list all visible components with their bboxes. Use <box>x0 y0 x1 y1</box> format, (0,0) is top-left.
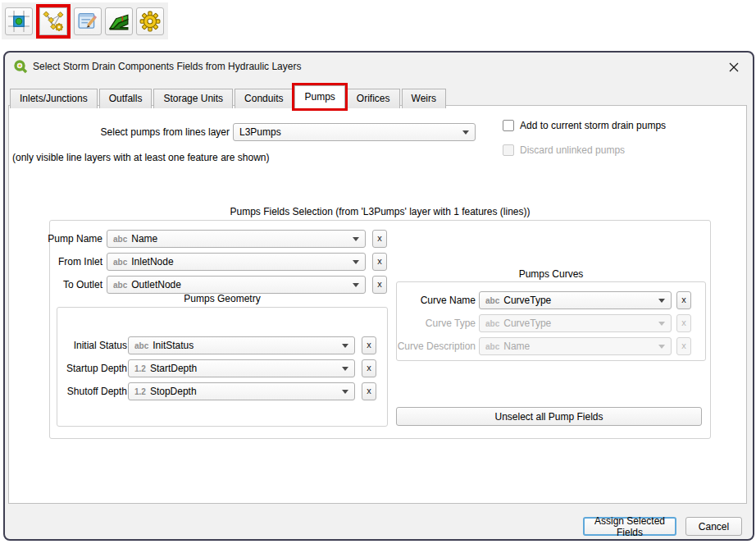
chevron-down-icon <box>658 322 665 326</box>
text-field-type-icon: abc <box>485 319 499 328</box>
initial-status-value: InitStatus <box>153 340 194 351</box>
startup-depth-value: StartDepth <box>150 363 197 374</box>
to-outlet-label: To Outlet <box>20 276 102 294</box>
text-field-type-icon: abc <box>134 341 148 350</box>
curve-name-combobox[interactable]: abc CurveType <box>479 291 672 309</box>
chevron-down-icon <box>342 390 348 394</box>
clear-startup-depth-button[interactable]: x <box>362 359 376 377</box>
schematize-components-button[interactable] <box>39 7 67 35</box>
discard-unlinked-pumps-label: Discard unlinked pumps <box>520 144 625 156</box>
add-to-current-pumps-label: Add to current storm drain pumps <box>520 120 666 131</box>
curve-description-combobox: abc Name <box>479 337 672 355</box>
text-field-type-icon: abc <box>485 296 499 305</box>
clear-curve-description-button: x <box>676 337 691 355</box>
curves-group-title: Pumps Curves <box>396 268 706 280</box>
chevron-down-icon <box>342 344 348 348</box>
startup-depth-combobox[interactable]: 1.2 StartDepth <box>128 359 355 377</box>
chevron-down-icon <box>342 367 348 371</box>
curve-description-label: Curve Description <box>370 337 476 355</box>
curve-name-value: CurveType <box>503 295 551 306</box>
schematize-components-icon <box>43 11 64 32</box>
tab-weirs[interactable]: Weirs <box>402 89 446 108</box>
tab-outfalls[interactable]: Outfalls <box>99 89 153 108</box>
chevron-down-icon <box>353 237 359 241</box>
settings-gear-icon <box>139 11 161 32</box>
close-button[interactable] <box>722 57 746 77</box>
lines-layer-value: L3Pumps <box>239 126 281 138</box>
chevron-down-icon <box>462 130 469 135</box>
decimal-field-type-icon: 1.2 <box>134 364 146 373</box>
chevron-down-icon <box>658 345 665 349</box>
from-inlet-combobox[interactable]: abc InletNode <box>107 253 366 271</box>
shutoff-depth-label: Shutoff Depth <box>45 382 127 400</box>
curve-name-label: Curve Name <box>370 291 476 309</box>
chevron-down-icon <box>353 260 359 264</box>
startup-depth-label: Startup Depth <box>45 359 127 377</box>
storm-drain-fields-dialog: Select Storm Drain Components Fields fro… <box>3 51 754 541</box>
clear-curve-name-button[interactable]: x <box>676 291 691 309</box>
curve-type-label: Curve Type <box>370 314 476 332</box>
grid-cell-point-icon <box>8 11 30 32</box>
tab-pumps[interactable]: Pumps <box>294 85 344 108</box>
discard-unlinked-pumps-checkbox: Discard unlinked pumps <box>503 144 625 156</box>
tab-bar: Inlets/Junctions Outfalls Storage Units … <box>10 85 448 108</box>
dialog-titlebar[interactable]: Select Storm Drain Components Fields fro… <box>5 53 753 80</box>
checkbox-box-icon <box>503 120 514 131</box>
curve-description-value: Name <box>503 341 530 352</box>
shutoff-depth-value: StopDepth <box>150 386 197 397</box>
lines-layer-combobox[interactable]: L3Pumps <box>233 123 476 141</box>
tab-conduits[interactable]: Conduits <box>235 89 293 108</box>
to-outlet-combobox[interactable]: abc OutletNode <box>107 276 366 294</box>
assign-selected-fields-button[interactable]: Assign Selected Fields <box>583 517 676 536</box>
grid-cell-point-button[interactable] <box>5 7 33 35</box>
highlight-box-toolbar <box>36 4 71 39</box>
pump-name-combobox[interactable]: abc Name <box>107 230 366 248</box>
pump-name-value: Name <box>131 233 157 245</box>
clear-from-inlet-button[interactable]: x <box>372 253 387 271</box>
dialog-title: Select Storm Drain Components Fields fro… <box>33 61 301 72</box>
unselect-all-pump-fields-button[interactable]: Unselect all Pump Fields <box>396 407 702 426</box>
main-toolbar <box>2 2 168 39</box>
text-field-type-icon: abc <box>113 235 127 244</box>
text-field-type-icon: abc <box>113 281 127 290</box>
layer-select-label: Select pumps from lines layer <box>58 123 230 141</box>
tab-inlets-junctions[interactable]: Inlets/Junctions <box>10 89 98 108</box>
close-icon <box>729 62 739 72</box>
text-field-type-icon: abc <box>485 342 499 351</box>
initial-status-label: Initial Status <box>45 336 127 354</box>
add-to-current-pumps-checkbox[interactable]: Add to current storm drain pumps <box>503 120 666 131</box>
decimal-field-type-icon: 1.2 <box>134 387 146 396</box>
levee-layers-icon <box>108 11 130 32</box>
geometry-group-title: Pumps Geometry <box>57 293 388 304</box>
visible-layers-note: (only visible line layers with at least … <box>12 152 270 163</box>
clear-shutoff-depth-button[interactable]: x <box>362 382 376 400</box>
tab-orifices[interactable]: Orifices <box>347 89 400 108</box>
cancel-button[interactable]: Cancel <box>685 517 742 536</box>
curve-type-value: CurveType <box>503 318 551 329</box>
text-field-type-icon: abc <box>113 258 127 267</box>
qgis-logo-icon <box>13 59 28 74</box>
pumps-tab-page: Select pumps from lines layer L3Pumps Ad… <box>8 105 747 504</box>
clear-curve-type-button: x <box>676 314 691 332</box>
attribute-form-edit-button[interactable] <box>74 7 102 35</box>
clear-pump-name-button[interactable]: x <box>372 230 387 248</box>
settings-gear-button[interactable] <box>136 7 164 35</box>
curve-type-combobox: abc CurveType <box>479 314 672 332</box>
pump-name-label: Pump Name <box>20 230 102 248</box>
from-inlet-label: From Inlet <box>20 253 102 271</box>
from-inlet-value: InletNode <box>131 256 173 267</box>
levee-layers-button[interactable] <box>105 7 133 35</box>
attribute-form-edit-icon <box>77 11 98 32</box>
to-outlet-value: OutletNode <box>131 279 181 290</box>
chevron-down-icon <box>658 299 665 303</box>
shutoff-depth-combobox[interactable]: 1.2 StopDepth <box>128 382 355 400</box>
tab-storage-units[interactable]: Storage Units <box>153 89 233 108</box>
fields-group-title: Pumps Fields Selection (from 'L3Pumps' l… <box>49 206 711 217</box>
initial-status-combobox[interactable]: abc InitStatus <box>128 336 355 354</box>
chevron-down-icon <box>353 283 359 287</box>
checkbox-box-icon <box>503 144 514 156</box>
